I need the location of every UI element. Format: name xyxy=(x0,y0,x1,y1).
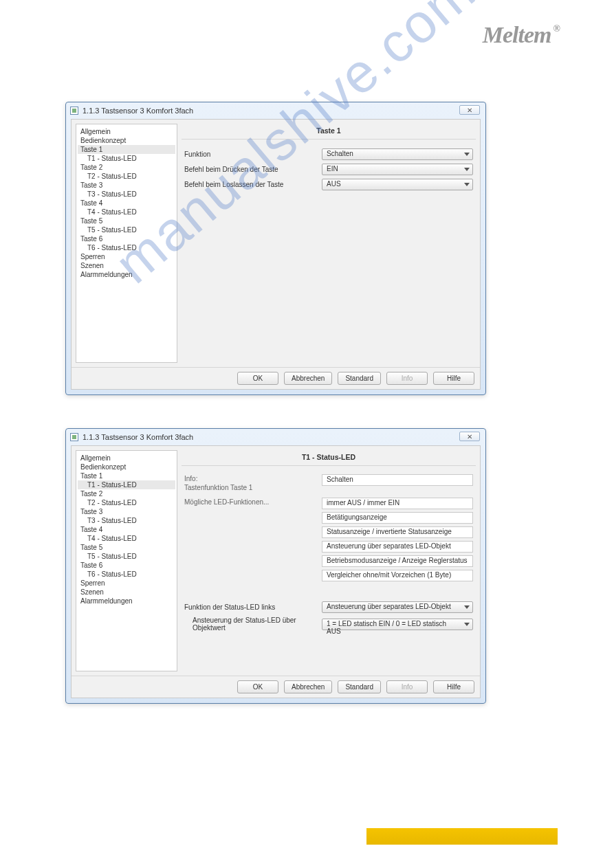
tree-item[interactable]: Alarmmeldungen xyxy=(78,270,175,279)
form-row: Befehl beim Drücken der TasteEIN xyxy=(184,164,473,175)
form-label: Funktion der Status-LED links xyxy=(184,603,322,611)
window-title: 1.1.3 Tastsensor 3 Komfort 3fach xyxy=(83,433,193,441)
form-label: Befehl beim Loslassen der Taste xyxy=(184,181,322,188)
tree-item[interactable]: Sperren xyxy=(78,579,175,588)
dialog-taste1: 1.1.3 Tastsensor 3 Komfort 3fach ✕ Allge… xyxy=(65,102,486,395)
body-row: AllgemeinBedienkonzeptTaste 1T1 - Status… xyxy=(72,120,480,367)
info-label: Info: xyxy=(184,474,322,483)
app-icon xyxy=(70,107,78,115)
tree-item[interactable]: Bedienkonzept xyxy=(78,136,175,145)
body-row: AllgemeinBedienkonzeptTaste 1T1 - Status… xyxy=(72,446,480,676)
nav-tree[interactable]: AllgemeinBedienkonzeptTaste 1T1 - Status… xyxy=(76,124,177,363)
tree-item[interactable]: Taste 5 xyxy=(78,216,175,225)
tree-item[interactable]: Allgemein xyxy=(78,454,175,463)
standard-button[interactable]: Standard xyxy=(338,680,381,693)
option-readonly: Ansteuerung über separates LED-Objekt xyxy=(322,541,473,553)
tree-item[interactable]: Taste 6 xyxy=(78,561,175,570)
client-area: AllgemeinBedienkonzeptTaste 1T1 - Status… xyxy=(71,119,481,390)
info-values: Schalten xyxy=(322,474,473,489)
form-row: Befehl beim Loslassen der TasteAUS xyxy=(184,179,473,190)
combo-box[interactable]: AUS xyxy=(322,179,473,190)
tree-item[interactable]: T4 - Status-LED xyxy=(78,208,175,216)
combo-box[interactable]: EIN xyxy=(322,164,473,175)
tree-item[interactable]: T1 - Status-LED xyxy=(78,480,175,489)
button-bar: OK Abbrechen Standard Info Hilfe xyxy=(72,676,480,698)
tree-item[interactable]: Taste 3 xyxy=(78,507,175,516)
combo-box[interactable]: 1 = LED statisch EIN / 0 = LED statisch … xyxy=(322,619,473,630)
tree-item[interactable]: Szenen xyxy=(78,588,175,597)
options-label: Mögliche LED-Funktionen... xyxy=(184,498,322,507)
standard-button[interactable]: Standard xyxy=(338,372,381,385)
info-button[interactable]: Info xyxy=(386,680,428,693)
cancel-button[interactable]: Abbrechen xyxy=(284,372,332,385)
info-value: Schalten xyxy=(322,474,473,486)
combo-box[interactable]: Schalten xyxy=(322,148,473,160)
option-readonly: Betriebsmodusanzeige / Anzeige Reglersta… xyxy=(322,555,473,567)
tree-item[interactable]: Taste 2 xyxy=(78,489,175,498)
form-area: Funktion der Status-LED linksAnsteuerung… xyxy=(182,598,476,635)
option-readonly: Statusanzeige / invertierte Statusanzeig… xyxy=(322,526,473,538)
logo: Meltem® xyxy=(483,22,558,48)
close-button[interactable]: ✕ xyxy=(459,105,480,115)
form-label: Befehl beim Drücken der Taste xyxy=(184,166,322,173)
tree-item[interactable]: Szenen xyxy=(78,261,175,270)
dialog-statusled: 1.1.3 Tastsensor 3 Komfort 3fach ✕ Allge… xyxy=(65,428,486,704)
info-sublabel: Tastenfunktion Taste 1 xyxy=(184,483,322,492)
tree-item[interactable]: T3 - Status-LED xyxy=(78,516,175,525)
form-label: Ansteuerung der Status-LED über Objektwe… xyxy=(184,616,322,632)
ok-button[interactable]: OK xyxy=(237,680,278,693)
tree-item[interactable]: Taste 6 xyxy=(78,234,175,243)
tree-item[interactable]: T2 - Status-LED xyxy=(78,172,175,181)
main-panel: T1 - Status-LED Info: Tastenfunktion Tas… xyxy=(182,450,476,671)
form-area: FunktionSchaltenBefehl beim Drücken der … xyxy=(182,145,476,194)
footer-bar xyxy=(366,828,558,845)
help-button[interactable]: Hilfe xyxy=(433,680,474,693)
form-row: Ansteuerung der Status-LED über Objektwe… xyxy=(184,616,473,632)
options-list: immer AUS / immer EINBetätigungsanzeigeS… xyxy=(322,498,473,584)
tree-item[interactable]: Taste 2 xyxy=(78,163,175,172)
titlebar: 1.1.3 Tastsensor 3 Komfort 3fach ✕ xyxy=(66,102,485,119)
tree-item[interactable]: Taste 1 xyxy=(78,145,175,154)
tree-item[interactable]: Taste 4 xyxy=(78,199,175,208)
tree-item[interactable]: T3 - Status-LED xyxy=(78,190,175,199)
close-button[interactable]: ✕ xyxy=(459,432,480,441)
combo-box[interactable]: Ansteuerung über separates LED-Objekt xyxy=(322,601,473,613)
client-area: AllgemeinBedienkonzeptTaste 1T1 - Status… xyxy=(71,445,481,698)
help-button[interactable]: Hilfe xyxy=(433,372,474,385)
tree-item[interactable]: T6 - Status-LED xyxy=(78,570,175,579)
info-button[interactable]: Info xyxy=(386,372,428,385)
tree-item[interactable]: T5 - Status-LED xyxy=(78,552,175,561)
tree-item[interactable]: Taste 5 xyxy=(78,543,175,552)
tree-item[interactable]: T6 - Status-LED xyxy=(78,243,175,252)
tree-item[interactable]: Taste 4 xyxy=(78,525,175,534)
cancel-button[interactable]: Abbrechen xyxy=(284,680,332,693)
form-row: FunktionSchalten xyxy=(184,148,473,160)
app-icon xyxy=(70,433,78,441)
tree-item[interactable]: Sperren xyxy=(78,252,175,261)
tree-item[interactable]: Taste 1 xyxy=(78,471,175,480)
panel-title: T1 - Status-LED xyxy=(182,450,476,466)
tree-item[interactable]: T2 - Status-LED xyxy=(78,498,175,507)
panel-title: Taste 1 xyxy=(182,124,476,140)
logo-reg: ® xyxy=(553,23,560,34)
tree-item[interactable]: Taste 3 xyxy=(78,181,175,190)
nav-tree[interactable]: AllgemeinBedienkonzeptTaste 1T1 - Status… xyxy=(76,450,177,671)
tree-item[interactable]: T1 - Status-LED xyxy=(78,154,175,163)
tree-item[interactable]: T5 - Status-LED xyxy=(78,225,175,234)
button-bar: OK Abbrechen Standard Info Hilfe xyxy=(72,367,480,389)
info-labels: Info: Tastenfunktion Taste 1 xyxy=(184,474,322,492)
ok-button[interactable]: OK xyxy=(237,372,278,385)
option-readonly: Betätigungsanzeige xyxy=(322,512,473,524)
option-readonly: Vergleicher ohne/mit Vorzeichen (1 Byte) xyxy=(322,570,473,581)
tree-item[interactable]: T4 - Status-LED xyxy=(78,534,175,543)
form-row: Funktion der Status-LED linksAnsteuerung… xyxy=(184,601,473,613)
tree-item[interactable]: Allgemein xyxy=(78,127,175,136)
logo-text: Meltem xyxy=(483,22,551,47)
titlebar: 1.1.3 Tastsensor 3 Komfort 3fach ✕ xyxy=(66,429,485,445)
option-readonly: immer AUS / immer EIN xyxy=(322,498,473,509)
tree-item[interactable]: Alarmmeldungen xyxy=(78,597,175,605)
tree-item[interactable]: Bedienkonzept xyxy=(78,463,175,471)
window-title: 1.1.3 Tastsensor 3 Komfort 3fach xyxy=(83,107,193,115)
info-block: Info: Tastenfunktion Taste 1 Schalten xyxy=(184,474,473,492)
options-block: Mögliche LED-Funktionen... immer AUS / i… xyxy=(184,498,473,584)
